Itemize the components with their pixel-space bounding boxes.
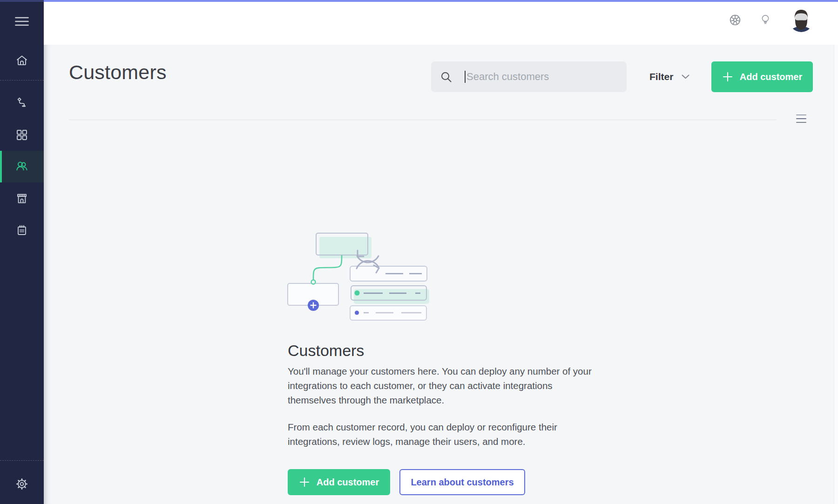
sidebar-item-logs[interactable] — [0, 215, 44, 246]
components-grid-icon — [15, 128, 28, 141]
settings-gear-icon — [15, 477, 28, 491]
chevron-down-icon — [682, 74, 689, 79]
lightbulb-icon — [760, 13, 771, 27]
sidebar — [0, 0, 44, 504]
sidebar-item-settings[interactable] — [0, 471, 44, 497]
customers-people-icon — [15, 160, 29, 174]
empty-state-heading: Customers — [288, 340, 364, 361]
table-view-icon — [796, 114, 806, 115]
empty-state-actions: Add customer Learn about customers — [288, 469, 525, 495]
table-view-toggle[interactable] — [796, 114, 808, 124]
add-customer-button-empty-state[interactable]: Add customer — [288, 469, 390, 495]
user-avatar-image — [789, 8, 813, 32]
plus-icon — [299, 477, 310, 488]
filter-dropdown[interactable]: Filter — [649, 67, 689, 87]
integration-route-icon — [15, 97, 28, 110]
marketplace-store-icon — [15, 192, 28, 205]
whats-new-button[interactable] — [760, 13, 771, 27]
add-customer-label: Add customer — [317, 477, 379, 488]
vertical-scrollbar[interactable] — [834, 45, 838, 504]
sidebar-item-customers[interactable] — [0, 151, 44, 182]
plus-icon — [722, 71, 733, 82]
learn-about-customers-label: Learn about customers — [411, 477, 514, 488]
user-avatar[interactable] — [789, 8, 813, 32]
theme-button[interactable] — [729, 14, 741, 26]
top-accent-strip — [0, 0, 838, 2]
sidebar-item-components[interactable] — [0, 119, 44, 151]
logs-notepad-icon — [15, 224, 28, 237]
empty-state-paragraph-1: You'll manage your customers here. You c… — [288, 364, 593, 407]
header-divider — [69, 120, 777, 120]
app-window: Customers Filter Add customer — [0, 0, 838, 504]
add-customer-button[interactable]: Add customer — [711, 61, 813, 92]
sidebar-item-integrations[interactable] — [0, 87, 44, 119]
search-box — [431, 61, 627, 92]
empty-state-paragraph-2: From each customer record, you can deplo… — [288, 420, 593, 449]
home-icon — [15, 54, 28, 67]
color-wheel-icon — [729, 14, 741, 26]
customers-page: Customers Filter Add customer — [44, 45, 838, 504]
filter-label: Filter — [649, 71, 673, 82]
topbar — [44, 0, 838, 45]
page-title: Customers — [69, 59, 167, 86]
hamburger-menu-icon — [15, 16, 29, 27]
sidebar-divider-top — [0, 80, 44, 81]
search-input[interactable] — [431, 61, 627, 92]
sidebar-item-home[interactable] — [0, 47, 44, 74]
add-customer-label: Add customer — [740, 72, 802, 82]
sidebar-divider-bottom — [0, 460, 44, 461]
customers-empty-illustration — [279, 223, 442, 326]
learn-about-customers-button[interactable]: Learn about customers — [399, 469, 525, 495]
sidebar-item-marketplace[interactable] — [0, 183, 44, 215]
sidebar-menu-toggle[interactable] — [0, 9, 44, 34]
